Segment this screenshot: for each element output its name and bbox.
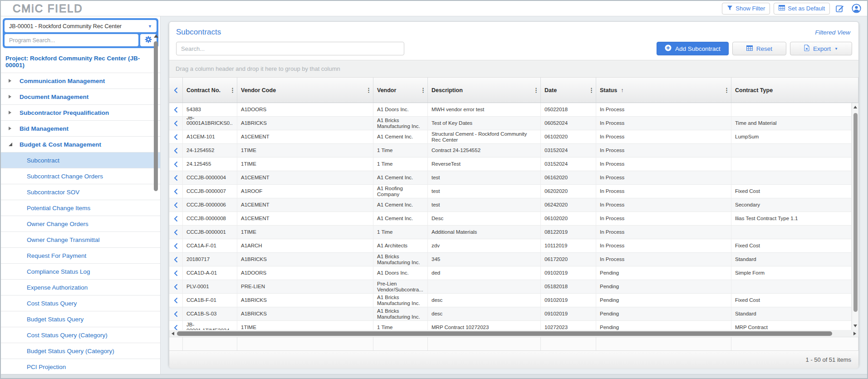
sidebar-item-compliance-status-log[interactable]: Compliance Status Log xyxy=(1,264,160,280)
row-collapse-chevron-icon[interactable] xyxy=(169,294,183,307)
set-as-default-button[interactable]: Set as Default xyxy=(774,3,830,15)
table-row[interactable]: CCA1B-F-01A1BRICKSA1 Bricks Manufacturin… xyxy=(169,294,852,307)
filter-cell-description[interactable] xyxy=(428,337,541,350)
sidebar-item-cost-status-query[interactable]: Cost Status Query xyxy=(1,295,160,311)
column-menu-icon[interactable]: ⋮ xyxy=(724,88,730,93)
column-menu-icon[interactable]: ⋮ xyxy=(533,88,539,93)
vertical-scrollbar[interactable] xyxy=(852,103,858,330)
add-subcontract-button[interactable]: Add Subcontract xyxy=(657,42,729,55)
program-search-input[interactable] xyxy=(5,34,138,46)
row-collapse-chevron-icon[interactable] xyxy=(169,226,183,239)
table-row[interactable]: CCCJB-0000007A1ROOFA1 Roofing Companytes… xyxy=(169,185,852,198)
row-collapse-chevron-icon[interactable] xyxy=(169,239,183,252)
filter-cell-vendor[interactable] xyxy=(373,337,428,350)
horizontal-scrollbar[interactable] xyxy=(169,330,858,337)
filter-cell-status[interactable] xyxy=(596,337,731,350)
row-collapse-chevron-icon[interactable] xyxy=(169,198,183,212)
show-filter-button[interactable]: Show Filter xyxy=(722,3,770,15)
user-account-icon[interactable] xyxy=(850,3,863,15)
sidebar-item-bid-management[interactable]: Bid Management xyxy=(1,121,160,137)
row-collapse-chevron-icon[interactable] xyxy=(169,253,183,266)
row-collapse-chevron-icon[interactable] xyxy=(169,117,183,130)
sidebar-scrollbar[interactable] xyxy=(153,34,158,374)
column-menu-icon[interactable]: ⋮ xyxy=(366,88,372,93)
grid-search-input[interactable] xyxy=(176,42,404,55)
sidebar-item-pci-projection[interactable]: PCI Projection xyxy=(1,359,160,375)
row-collapse-chevron-icon[interactable] xyxy=(169,307,183,320)
vertical-scrollbar-thumb[interactable] xyxy=(853,113,858,312)
table-row[interactable]: JB-00001.1TIME20241TIME1 TimeMRP Contrac… xyxy=(169,321,852,330)
table-row[interactable]: CCCJB-0000008A1CEMENTA1 Cement Inc.Desc0… xyxy=(169,212,852,226)
row-collapse-chevron-icon[interactable] xyxy=(169,171,183,184)
filter-cell-date[interactable] xyxy=(541,337,596,350)
sidebar-item-cost-status-query-category[interactable]: Cost Status Query (Category) xyxy=(1,327,160,343)
group-by-bar[interactable]: Drag a column header and drop it here to… xyxy=(169,60,858,78)
horizontal-scrollbar-thumb[interactable] xyxy=(177,331,832,336)
sidebar-item-subcontractor-sov[interactable]: Subcontractor SOV xyxy=(1,184,160,200)
sidebar-item-expense-authorization[interactable]: Expense Authorization xyxy=(1,280,160,295)
filter-cell-contract-type[interactable] xyxy=(731,337,858,350)
table-row[interactable]: 54383A1DOORSA1 Doors Inc.MWH vendor erro… xyxy=(169,103,852,117)
sidebar-scrollbar-thumb[interactable] xyxy=(154,41,158,191)
expand-icon[interactable] xyxy=(8,110,15,115)
column-header-vendor-code[interactable]: Vendor Code⋮ xyxy=(237,78,373,103)
table-row[interactable]: CCA1B-S-03A1BRICKSA1 Bricks Manufacturin… xyxy=(169,307,852,321)
column-menu-icon[interactable]: ⋮ xyxy=(588,88,594,93)
row-collapse-chevron-icon[interactable] xyxy=(169,144,183,157)
filter-cell-contract-no[interactable] xyxy=(183,337,237,350)
filter-cell-vendor-code[interactable] xyxy=(237,337,373,350)
row-collapse-chevron-icon[interactable] xyxy=(169,280,183,293)
table-row[interactable]: CCCJB-0000006A1CEMENTA1 Cement Inc.test0… xyxy=(169,198,852,212)
sidebar-item-request-for-payment[interactable]: Request For Payment xyxy=(1,248,160,264)
expand-icon[interactable] xyxy=(8,126,15,131)
reset-button[interactable]: Reset xyxy=(732,42,786,55)
sidebar-item-owner-change-orders[interactable]: Owner Change Orders xyxy=(1,216,160,232)
row-collapse-chevron-icon[interactable] xyxy=(169,185,183,198)
sidebar-item-document-management[interactable]: Document Management xyxy=(1,89,160,105)
table-row[interactable]: JB-00001A1BRICKS0...A1BRICKSA1 Bricks Ma… xyxy=(169,117,852,130)
table-row[interactable]: A1CEM-101A1CEMENTA1 Cement Inc.Structura… xyxy=(169,130,852,144)
scroll-down-arrow-icon[interactable] xyxy=(853,325,857,327)
table-row[interactable]: 24.1254551TIME1 TimeReverseTest03152024I… xyxy=(169,158,852,171)
sidebar-item-budget-status-query-category[interactable]: Budget Status Query (Category) xyxy=(1,343,160,359)
table-row[interactable]: CCA1D-A-01A1DOORSA1 Doors Inc.ded0910201… xyxy=(169,266,852,280)
table-row[interactable]: PLV-0001PRE-LIENPre-Lien Vendor/Subcontr… xyxy=(169,280,852,294)
column-menu-icon[interactable]: ⋮ xyxy=(420,88,426,93)
sidebar-item-budget-cost-management[interactable]: Budget & Cost Management xyxy=(1,137,160,153)
column-menu-icon[interactable]: ⋮ xyxy=(230,88,235,93)
table-row[interactable]: CCA1A-F-01A1ARCHA1 Architectszdv10112019… xyxy=(169,239,852,253)
expand-icon[interactable] xyxy=(8,79,15,83)
export-button[interactable]: Export ▼ xyxy=(790,42,852,55)
sidebar-item-budget-status-query[interactable]: Budget Status Query xyxy=(1,311,160,327)
table-row[interactable]: CCCJB-00000011TIME1 TimeAdditional Mater… xyxy=(169,226,852,239)
row-collapse-chevron-icon[interactable] xyxy=(169,266,183,280)
column-header-status[interactable]: Status↑⋮ xyxy=(596,78,731,103)
row-collapse-chevron-icon[interactable] xyxy=(169,103,183,116)
project-select-dropdown[interactable]: JB-00001 - Rockford Community Rec Center… xyxy=(5,20,157,32)
sidebar-item-owner-change-transmittal[interactable]: Owner Change Transmittal xyxy=(1,232,160,248)
row-collapse-chevron-icon[interactable] xyxy=(169,212,183,225)
table-row[interactable]: 20180717A1BRICKSA1 Bricks Manufacturing … xyxy=(169,253,852,266)
sidebar-item-subcontract[interactable]: Subcontract xyxy=(1,153,160,168)
scroll-right-arrow-icon[interactable] xyxy=(853,332,856,335)
row-collapse-chevron-icon[interactable] xyxy=(169,130,183,143)
column-header-contract-type[interactable]: Contract Type xyxy=(731,78,858,103)
sidebar-item-potential-change-items[interactable]: Potential Change Items xyxy=(1,200,160,216)
edit-icon[interactable] xyxy=(834,3,846,15)
column-header-contract-no[interactable]: Contract No.⋮ xyxy=(183,78,237,103)
collapse-icon[interactable] xyxy=(8,142,15,147)
sidebar-item-subcontract-change-orders[interactable]: Subcontract Change Orders xyxy=(1,168,160,184)
table-row[interactable]: CCCJB-0000004A1CEMENTA1 Cement Inc.test0… xyxy=(169,171,852,185)
column-header-description[interactable]: Description⋮ xyxy=(428,78,541,103)
column-header-vendor[interactable]: Vendor⋮ xyxy=(373,78,428,103)
collapse-all-chevron-icon[interactable] xyxy=(169,78,183,103)
sidebar-item-subcontractor-prequalification[interactable]: Subcontractor Prequalification xyxy=(1,105,160,121)
sidebar-item-communication-management[interactable]: Communication Management xyxy=(1,73,160,89)
expand-icon[interactable] xyxy=(8,94,15,99)
column-header-date[interactable]: Date⋮ xyxy=(541,78,596,103)
row-collapse-chevron-icon[interactable] xyxy=(169,321,183,330)
scroll-up-arrow-icon[interactable] xyxy=(853,106,857,108)
scroll-up-arrow-icon[interactable] xyxy=(154,34,158,38)
row-collapse-chevron-icon[interactable] xyxy=(169,158,183,171)
scroll-left-arrow-icon[interactable] xyxy=(172,332,174,335)
